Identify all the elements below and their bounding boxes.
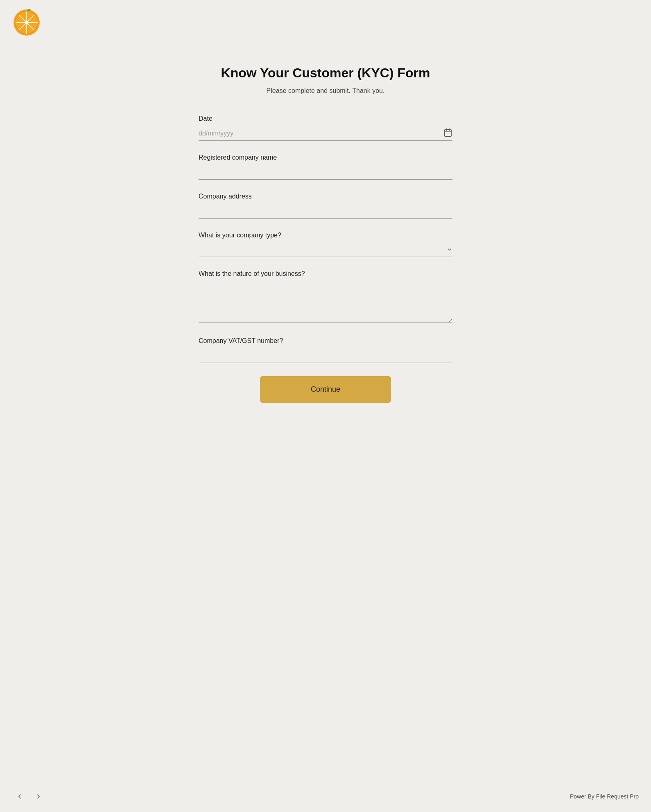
nav-buttons bbox=[12, 789, 46, 804]
logo bbox=[12, 8, 41, 37]
date-label: Date bbox=[199, 115, 452, 122]
company-address-input[interactable] bbox=[199, 204, 452, 219]
date-field-group: Date bbox=[199, 115, 452, 141]
continue-button[interactable]: Continue bbox=[260, 376, 391, 403]
date-wrapper bbox=[199, 126, 452, 141]
page-title: Know Your Customer (KYC) Form bbox=[199, 65, 452, 81]
company-name-label: Registered company name bbox=[199, 154, 452, 161]
nav-next-button[interactable] bbox=[31, 789, 46, 804]
header bbox=[0, 0, 651, 45]
company-type-select-wrapper: Sole Trader Partnership Limited Company … bbox=[199, 243, 452, 257]
business-nature-textarea[interactable] bbox=[199, 282, 452, 323]
vat-label: Company VAT/GST number? bbox=[199, 337, 452, 345]
file-request-pro-link[interactable]: File Request Pro bbox=[596, 793, 639, 800]
footer: Power By File Request Pro bbox=[0, 781, 651, 812]
main-content: Know Your Customer (KYC) Form Please com… bbox=[186, 45, 465, 460]
company-address-field-group: Company address bbox=[199, 193, 452, 219]
page-subtitle: Please complete and submit. Thank you. bbox=[199, 87, 452, 95]
company-type-field-group: What is your company type? Sole Trader P… bbox=[199, 232, 452, 257]
company-name-input[interactable] bbox=[199, 165, 452, 180]
company-type-label: What is your company type? bbox=[199, 232, 452, 239]
date-input[interactable] bbox=[199, 126, 452, 140]
vat-input[interactable] bbox=[199, 349, 452, 363]
company-address-label: Company address bbox=[199, 193, 452, 200]
nav-prev-button[interactable] bbox=[12, 789, 27, 804]
vat-field-group: Company VAT/GST number? bbox=[199, 337, 452, 363]
svg-point-6 bbox=[25, 20, 29, 25]
company-type-select[interactable]: Sole Trader Partnership Limited Company … bbox=[199, 243, 452, 257]
business-nature-field-group: What is the nature of your business? bbox=[199, 270, 452, 324]
kyc-form: Date Registered company name Compa bbox=[199, 115, 452, 403]
power-by: Power By File Request Pro bbox=[570, 793, 639, 800]
business-nature-label: What is the nature of your business? bbox=[199, 270, 452, 277]
company-name-field-group: Registered company name bbox=[199, 154, 452, 180]
